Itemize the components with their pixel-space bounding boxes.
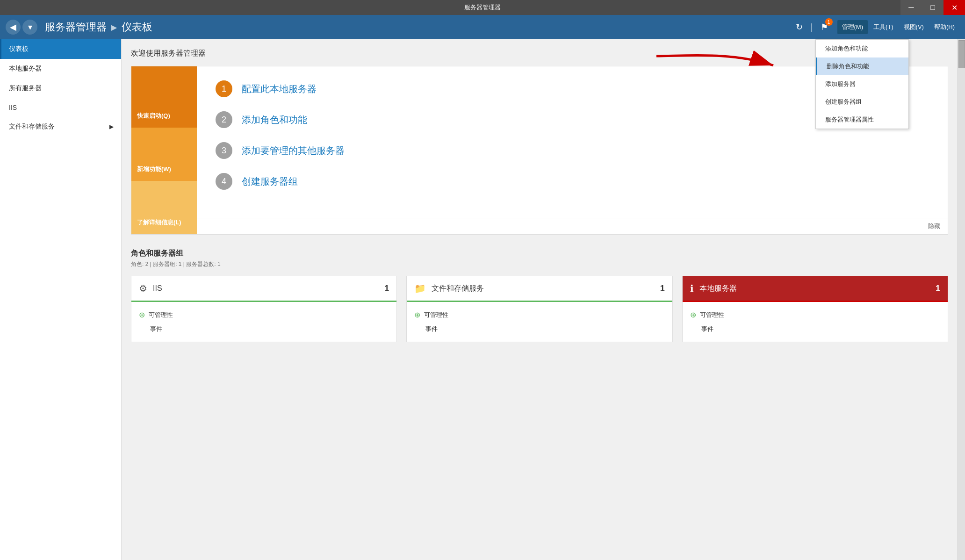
menu-help[interactable]: 帮助(H) bbox=[929, 20, 959, 34]
file-storage-row-1: ⊕ 可管理性 bbox=[414, 308, 664, 322]
breadcrumb-root: 服务器管理器 bbox=[45, 20, 107, 34]
iis-body: ⊕ 可管理性 事件 bbox=[131, 302, 396, 342]
refresh-button[interactable]: ↻ bbox=[793, 20, 806, 34]
local-server-card: ℹ 本地服务器 1 ⊕ 可管理性 事件 bbox=[682, 276, 948, 342]
section-subtitle: 角色: 2 | 服务器组: 1 | 服务器总数: 1 bbox=[131, 260, 948, 268]
local-server-row-1: ⊕ 可管理性 bbox=[690, 308, 940, 322]
qs-item-4: 4 创建服务器组 bbox=[216, 173, 929, 190]
server-cards: ⚙ IIS 1 ⊕ 可管理性 事件 bbox=[131, 276, 948, 342]
dropdown-menu: 添加角色和功能 删除角色和功能 添加服务器 创建服务器组 服务器管理器属性 bbox=[815, 39, 909, 129]
iis-icon: ⚙ bbox=[139, 283, 147, 294]
back-button[interactable]: ◀ bbox=[6, 20, 21, 35]
qs-section-3: 了解详细信息(L) bbox=[131, 181, 197, 234]
qs-link-4[interactable]: 创建服务器组 bbox=[242, 175, 298, 188]
scrollbar-thumb[interactable] bbox=[958, 40, 965, 68]
local-server-icon: ℹ bbox=[690, 283, 694, 294]
flag-badge: 1 bbox=[825, 18, 833, 26]
expand-icon: ▶ bbox=[109, 123, 114, 130]
local-server-name: 本地服务器 bbox=[699, 284, 936, 294]
file-storage-card-header: 📁 文件和存储服务 1 bbox=[407, 276, 672, 302]
qs-section-2: 新增功能(W) bbox=[131, 128, 197, 181]
menu-view[interactable]: 视图(V) bbox=[899, 20, 929, 34]
local-server-row-2: 事件 bbox=[690, 322, 940, 336]
close-button[interactable]: ✕ bbox=[943, 0, 965, 15]
file-storage-row-2: 事件 bbox=[414, 322, 664, 336]
iis-status-icon: ⊕ bbox=[139, 310, 145, 319]
file-storage-count: 1 bbox=[660, 284, 665, 294]
toolbar-title: 服务器管理器 ▶ 仪表板 bbox=[45, 20, 152, 34]
iis-count: 1 bbox=[384, 284, 389, 294]
file-storage-name: 文件和存储服务 bbox=[432, 284, 660, 294]
scrollbar-track[interactable] bbox=[958, 39, 965, 560]
qs-link-3[interactable]: 添加要管理的其他服务器 bbox=[242, 144, 345, 157]
sidebar-item-all-servers[interactable]: 所有服务器 bbox=[0, 79, 121, 98]
menu-manage[interactable]: 管理(M) bbox=[837, 20, 868, 34]
sidebar: 仪表板 本地服务器 所有服务器 IIS 文件和存储服务 ▶ bbox=[0, 39, 122, 560]
menu-tools[interactable]: 工具(T) bbox=[869, 20, 898, 34]
iis-row-2: 事件 bbox=[139, 322, 389, 336]
title-bar-controls: ─ □ ✕ bbox=[900, 0, 965, 15]
local-server-count: 1 bbox=[936, 284, 940, 294]
sidebar-item-file-storage[interactable]: 文件和存储服务 ▶ bbox=[0, 117, 121, 136]
section-title: 角色和服务器组 bbox=[131, 249, 948, 258]
local-server-body: ⊕ 可管理性 事件 bbox=[683, 302, 948, 342]
qs-link-2[interactable]: 添加角色和功能 bbox=[242, 114, 307, 126]
file-storage-body: ⊕ 可管理性 事件 bbox=[407, 302, 672, 342]
qs-number-4: 4 bbox=[216, 173, 232, 190]
file-storage-status-icon: ⊕ bbox=[414, 310, 420, 319]
minimize-button[interactable]: ─ bbox=[900, 0, 922, 15]
sidebar-item-local-server[interactable]: 本地服务器 bbox=[0, 59, 121, 79]
title-bar: 服务器管理器 ─ □ ✕ bbox=[0, 0, 965, 15]
sidebar-item-iis[interactable]: IIS bbox=[0, 98, 121, 117]
dropdown-add-server[interactable]: 添加服务器 bbox=[816, 75, 908, 93]
qs-section-1: 快速启动(Q) bbox=[131, 66, 197, 128]
iis-row-1: ⊕ 可管理性 bbox=[139, 308, 389, 322]
breadcrumb-separator: ▶ bbox=[111, 23, 117, 32]
local-server-status-icon: ⊕ bbox=[690, 310, 696, 319]
breadcrumb-current: 仪表板 bbox=[122, 20, 152, 34]
local-server-card-header: ℹ 本地服务器 1 bbox=[683, 276, 948, 302]
dropdown-button[interactable]: ▾ bbox=[22, 20, 37, 35]
maximize-button[interactable]: □ bbox=[922, 0, 943, 15]
dropdown-add-role[interactable]: 添加角色和功能 bbox=[816, 40, 908, 57]
toolbar-sep: | bbox=[810, 22, 813, 33]
iis-card-header: ⚙ IIS 1 bbox=[131, 276, 396, 302]
menu-items: 管理(M) 工具(T) 视图(V) 帮助(H) bbox=[837, 20, 960, 34]
roles-section: 角色和服务器组 角色: 2 | 服务器组: 1 | 服务器总数: 1 ⚙ IIS… bbox=[131, 249, 948, 342]
qs-number-3: 3 bbox=[216, 142, 232, 159]
quick-start-sidebar: 快速启动(Q) 新增功能(W) 了解详细信息(L) bbox=[131, 66, 197, 234]
hide-button[interactable]: 隐藏 bbox=[197, 218, 948, 234]
iis-card: ⚙ IIS 1 ⊕ 可管理性 事件 bbox=[131, 276, 397, 342]
toolbar: ◀ ▾ 服务器管理器 ▶ 仪表板 ↻ | ⚑ 1 管理(M) 工具(T) 视图(… bbox=[0, 15, 965, 39]
toolbar-right: ↻ | ⚑ 1 管理(M) 工具(T) 视图(V) 帮助(H) bbox=[793, 20, 959, 34]
qs-link-1[interactable]: 配置此本地服务器 bbox=[242, 83, 317, 95]
iis-name: IIS bbox=[153, 284, 384, 293]
flag-container: ⚑ 1 bbox=[818, 20, 831, 34]
title-bar-label: 服务器管理器 bbox=[464, 3, 501, 12]
qs-number-2: 2 bbox=[216, 111, 232, 128]
dropdown-properties[interactable]: 服务器管理器属性 bbox=[816, 111, 908, 129]
qs-item-3: 3 添加要管理的其他服务器 bbox=[216, 142, 929, 159]
dropdown-remove-role[interactable]: 删除角色和功能 bbox=[816, 57, 908, 75]
toolbar-nav: ◀ ▾ bbox=[6, 20, 37, 35]
qs-number-1: 1 bbox=[216, 80, 232, 97]
dropdown-create-group[interactable]: 创建服务器组 bbox=[816, 93, 908, 111]
file-storage-icon: 📁 bbox=[414, 283, 426, 294]
file-storage-card: 📁 文件和存储服务 1 ⊕ 可管理性 事件 bbox=[406, 276, 672, 342]
sidebar-item-dashboard[interactable]: 仪表板 bbox=[0, 39, 121, 59]
